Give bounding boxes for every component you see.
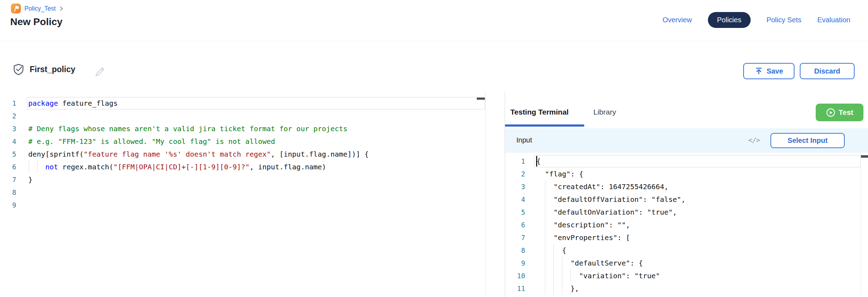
line-number: 10 xyxy=(505,269,532,282)
page-header: Policy_Test New Policy OverviewPoliciesP… xyxy=(0,0,868,41)
breadcrumb-project-link[interactable]: Policy_Test xyxy=(24,5,56,12)
code-line[interactable]: 4 "defaultOffVariation": "false", xyxy=(505,193,868,206)
indent-guide xyxy=(29,161,29,173)
code-line[interactable]: 2 xyxy=(0,110,485,122)
terminal-tab-testing-terminal[interactable]: Testing Terminal xyxy=(510,108,569,116)
code-line[interactable]: 6 "description": "", xyxy=(505,219,868,231)
line-number: 7 xyxy=(0,173,27,186)
discard-button[interactable]: Discard xyxy=(800,63,855,79)
input-json-editor[interactable]: 1{2 "flag": {3 "createdAt": 164725542666… xyxy=(505,153,868,297)
save-button-label: Save xyxy=(767,67,783,75)
code-line[interactable]: 9 xyxy=(0,199,485,211)
test-button[interactable]: Test xyxy=(816,104,863,121)
code-line[interactable]: 5deny[sprintf("feature flag name '%s' do… xyxy=(0,148,485,161)
line-number: 4 xyxy=(505,193,532,206)
line-number: 1 xyxy=(0,97,27,110)
code-line[interactable]: 1package feature_flags xyxy=(0,97,485,110)
line-number: 9 xyxy=(505,257,532,269)
line-number: 6 xyxy=(505,219,532,231)
module-tabs: OverviewPoliciesPolicy SetsEvaluation xyxy=(662,11,850,28)
overview-ruler-cursor-marker xyxy=(477,98,485,100)
line-number: 5 xyxy=(0,148,27,161)
policy-shield-check-icon xyxy=(13,63,24,77)
line-number: 1 xyxy=(505,155,532,168)
code-view-toggle-icon[interactable]: </> xyxy=(748,136,760,144)
nav-tab-evaluation[interactable]: Evaluation xyxy=(817,16,850,24)
line-number: 4 xyxy=(0,135,27,148)
code-line[interactable]: 5 "defaultOnVariation": "true", xyxy=(505,206,868,219)
line-number: 5 xyxy=(505,206,532,219)
discard-button-label: Discard xyxy=(814,67,840,75)
code-line[interactable]: 6 not regex.match("[FFM|OPA|CI|CD]+[-][1… xyxy=(0,161,485,173)
code-line[interactable]: 3 "createdAt": 1647255426664, xyxy=(505,180,868,193)
save-button[interactable]: Save xyxy=(743,63,794,79)
policy-code-editor[interactable]: 1package feature_flags23# Deny flags who… xyxy=(0,91,486,297)
line-number: 2 xyxy=(505,168,532,180)
line-number: 7 xyxy=(505,231,532,244)
line-number: 2 xyxy=(0,110,27,122)
code-line[interactable]: 1{ xyxy=(505,155,868,168)
select-input-button[interactable]: Select Input xyxy=(770,133,845,148)
code-line[interactable]: 7} xyxy=(0,173,485,186)
code-line[interactable]: 2 "flag": { xyxy=(505,168,868,180)
nav-tab-policy-sets[interactable]: Policy Sets xyxy=(767,16,802,24)
line-number: 11 xyxy=(505,282,532,295)
testing-panel: Testing TerminalLibrary Test Input </> S… xyxy=(505,91,868,297)
code-line[interactable]: 8 xyxy=(0,186,485,199)
nav-tab-policies[interactable]: Policies xyxy=(708,12,751,28)
policy-name: First_policy xyxy=(30,65,75,74)
input-label: Input xyxy=(516,136,532,144)
indent-guide xyxy=(37,161,37,173)
line-number: 9 xyxy=(0,199,27,211)
code-line[interactable]: 3# Deny flags whose names aren't a valid… xyxy=(0,122,485,135)
line-number: 8 xyxy=(505,244,532,257)
line-number: 3 xyxy=(0,122,27,135)
nav-tab-overview[interactable]: Overview xyxy=(662,16,692,24)
feature-flags-logo-icon xyxy=(11,3,21,14)
code-line[interactable]: 11 }, xyxy=(505,282,868,295)
play-icon xyxy=(826,108,835,117)
breadcrumb-chevron-icon xyxy=(59,5,64,12)
line-number: 8 xyxy=(0,186,27,199)
code-line[interactable]: 4# e.g. "FFM-123" is allowed. "My cool f… xyxy=(0,135,485,148)
input-bar: Input </> Select Input xyxy=(505,128,868,153)
code-line[interactable]: 7 "envProperties": [ xyxy=(505,231,868,244)
test-button-label: Test xyxy=(839,108,854,117)
breadcrumb: Policy_Test xyxy=(11,3,64,14)
active-tab-underline xyxy=(505,124,584,127)
edit-policy-name-icon[interactable] xyxy=(94,65,105,78)
overview-ruler xyxy=(861,153,861,297)
text-cursor xyxy=(536,156,537,167)
line-number: 6 xyxy=(0,161,27,173)
upload-icon xyxy=(755,67,763,75)
code-line[interactable]: 10 "variation": "true" xyxy=(505,269,868,282)
page-title: New Policy xyxy=(10,16,63,28)
line-number: 3 xyxy=(505,180,532,193)
select-input-button-label: Select Input xyxy=(787,136,827,145)
code-line[interactable]: 8 { xyxy=(505,244,868,257)
terminal-tab-library[interactable]: Library xyxy=(593,108,616,116)
overview-ruler-cursor-marker xyxy=(861,155,868,158)
code-line[interactable]: 9 "defaultServe": { xyxy=(505,257,868,269)
